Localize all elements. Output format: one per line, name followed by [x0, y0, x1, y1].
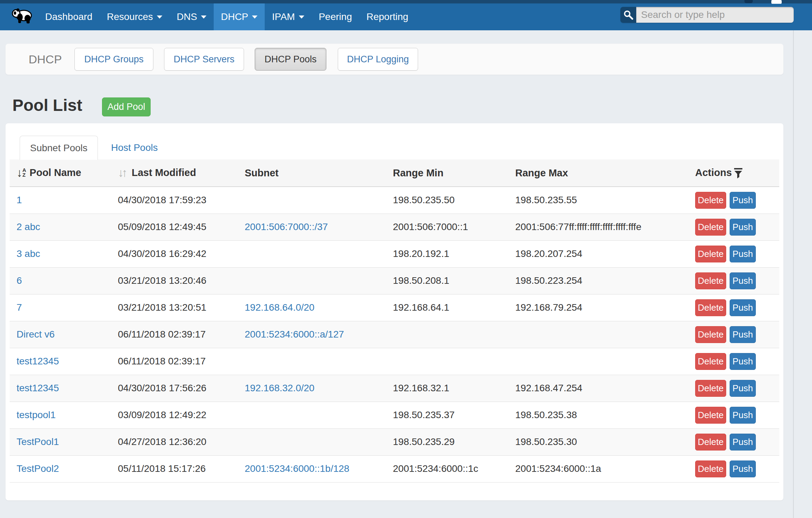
- range-min-cell: 198.20.192.1: [392, 240, 514, 267]
- delete-button[interactable]: Delete: [695, 246, 726, 262]
- delete-button[interactable]: Delete: [695, 192, 726, 209]
- push-button[interactable]: Push: [730, 460, 756, 477]
- range-max-cell: [514, 348, 695, 375]
- subnet-link[interactable]: 192.168.64.0/20: [245, 302, 314, 313]
- delete-button[interactable]: Delete: [695, 299, 726, 316]
- search-input[interactable]: [636, 7, 794, 23]
- sort-arrows-icon[interactable]: ↓↑: [118, 167, 128, 178]
- funnel-icon[interactable]: [734, 168, 743, 179]
- table-row: TestPool104/27/2018 12:36:20198.50.235.2…: [10, 428, 779, 455]
- pool-name-link[interactable]: Direct v6: [17, 329, 54, 340]
- push-button[interactable]: Push: [730, 246, 756, 262]
- scrollbar-track[interactable]: [793, 30, 794, 518]
- pool-table: ↓AZ Pool Name ↓↑ Last Modified Subnet Ra…: [10, 159, 779, 483]
- column-header-last-modified[interactable]: ↓↑ Last Modified: [114, 159, 243, 187]
- nav-item-label: DNS: [177, 11, 197, 22]
- dhcp-servers-button[interactable]: DHCP Servers: [164, 48, 244, 71]
- range-max-cell: 198.50.235.38: [514, 402, 695, 428]
- actions-cell: DeletePush: [695, 321, 779, 348]
- pool-name-link[interactable]: testpool1: [17, 410, 56, 420]
- push-button[interactable]: Push: [730, 434, 756, 450]
- nav-item-dashboard[interactable]: Dashboard: [38, 3, 100, 30]
- caret-down-icon: [252, 15, 257, 19]
- table-row: 2 abc05/09/2018 12:49:452001:506:7000::/…: [10, 214, 779, 240]
- actions-cell: DeletePush: [695, 187, 779, 214]
- subnet-link[interactable]: 2001:5234:6000::1b/128: [245, 463, 349, 474]
- dhcp-section-title: DHCP: [29, 53, 62, 66]
- dhcp-groups-button[interactable]: DHCP Groups: [74, 48, 153, 71]
- table-row: 3 abc04/30/2018 16:29:42198.20.192.1198.…: [10, 240, 779, 267]
- pool-name-link[interactable]: 3 abc: [17, 248, 40, 259]
- range-min-cell: 198.50.235.37: [392, 402, 514, 428]
- pool-name-cell: testpool1: [10, 402, 114, 428]
- nav-item-dns[interactable]: DNS: [170, 3, 214, 30]
- push-button[interactable]: Push: [730, 299, 756, 316]
- pool-name-cell: TestPool2: [10, 455, 114, 482]
- last-modified-cell: 05/09/2018 12:49:45: [114, 214, 243, 240]
- delete-button[interactable]: Delete: [695, 219, 726, 236]
- table-row: test1234506/11/2018 02:39:17DeletePush: [10, 348, 779, 375]
- nav-item-reporting[interactable]: Reporting: [359, 3, 415, 30]
- panda-logo-icon[interactable]: [12, 6, 33, 25]
- push-button[interactable]: Push: [730, 219, 756, 236]
- pool-name-cell: 1: [10, 187, 114, 214]
- pool-name-cell: Direct v6: [10, 321, 114, 348]
- dhcp-logging-button[interactable]: DHCP Logging: [338, 48, 418, 71]
- push-button[interactable]: Push: [730, 380, 756, 397]
- subnet-cell: 2001:506:7000::/37: [243, 214, 392, 240]
- pool-name-link[interactable]: test12345: [17, 356, 59, 366]
- delete-button[interactable]: Delete: [695, 326, 726, 343]
- delete-button[interactable]: Delete: [695, 353, 726, 370]
- table-row: testpool103/09/2018 12:49:22198.50.235.3…: [10, 402, 779, 428]
- nav-item-resources[interactable]: Resources: [100, 3, 170, 30]
- pool-name-cell: test12345: [10, 348, 114, 375]
- subnet-link[interactable]: 192.168.32.0/20: [245, 383, 314, 393]
- sort-alpha-asc-icon[interactable]: ↓AZ: [17, 167, 26, 178]
- tab-host-pools[interactable]: Host Pools: [98, 136, 171, 160]
- delete-button[interactable]: Delete: [695, 272, 726, 289]
- dhcp-pools-button[interactable]: DHCP Pools: [255, 48, 326, 71]
- last-modified-cell: 04/30/2018 16:29:42: [114, 240, 243, 267]
- pool-name-link[interactable]: 7: [17, 302, 22, 313]
- delete-button[interactable]: Delete: [695, 407, 726, 424]
- tab-subnet-pools[interactable]: Subnet Pools: [20, 136, 98, 160]
- range-max-cell: 198.50.235.55: [514, 187, 695, 214]
- nav-item-label: Dashboard: [45, 11, 92, 22]
- nav-item-ipam[interactable]: IPAM: [265, 3, 311, 30]
- range-min-cell: [392, 348, 514, 375]
- pool-table-body: 104/30/2018 17:59:23198.50.235.50198.50.…: [10, 187, 779, 482]
- delete-button[interactable]: Delete: [695, 380, 726, 397]
- top-navbar: Dashboard Resources DNS DHCP IPAM Peerin…: [0, 0, 812, 30]
- range-max-cell: 198.50.235.30: [514, 428, 695, 455]
- subnet-link[interactable]: 2001:5234:6000::a/127: [245, 329, 344, 340]
- pool-name-cell: 3 abc: [10, 240, 114, 267]
- nav-item-dhcp[interactable]: DHCP: [214, 3, 265, 30]
- delete-button[interactable]: Delete: [695, 434, 726, 450]
- search-icon[interactable]: [620, 7, 636, 23]
- push-button[interactable]: Push: [730, 353, 756, 370]
- range-max-cell: 2001:5234:6000::1a: [514, 455, 695, 482]
- pool-name-link[interactable]: TestPool1: [17, 436, 59, 447]
- delete-button[interactable]: Delete: [695, 460, 726, 477]
- subnet-cell: [243, 428, 392, 455]
- last-modified-cell: 05/11/2018 15:17:26: [114, 455, 243, 482]
- last-modified-cell: 06/11/2018 02:39:17: [114, 321, 243, 348]
- table-row: 104/30/2018 17:59:23198.50.235.50198.50.…: [10, 187, 779, 214]
- pool-name-link[interactable]: 1: [17, 195, 22, 205]
- last-modified-cell: 06/11/2018 02:39:17: [114, 348, 243, 375]
- column-header-pool-name[interactable]: ↓AZ Pool Name: [10, 159, 114, 187]
- pool-name-cell: 2 abc: [10, 214, 114, 240]
- push-button[interactable]: Push: [730, 192, 756, 209]
- add-pool-button[interactable]: Add Pool: [102, 97, 151, 116]
- subnet-link[interactable]: 2001:506:7000::/37: [245, 221, 328, 232]
- nav-item-peering[interactable]: Peering: [312, 3, 359, 30]
- pool-name-link[interactable]: TestPool2: [17, 463, 59, 474]
- column-label: Actions: [695, 167, 732, 178]
- push-button[interactable]: Push: [730, 326, 756, 343]
- actions-cell: DeletePush: [695, 240, 779, 267]
- push-button[interactable]: Push: [730, 407, 756, 424]
- pool-name-link[interactable]: test12345: [17, 383, 59, 393]
- pool-name-link[interactable]: 6: [17, 275, 22, 286]
- push-button[interactable]: Push: [730, 272, 756, 289]
- pool-name-link[interactable]: 2 abc: [17, 221, 40, 232]
